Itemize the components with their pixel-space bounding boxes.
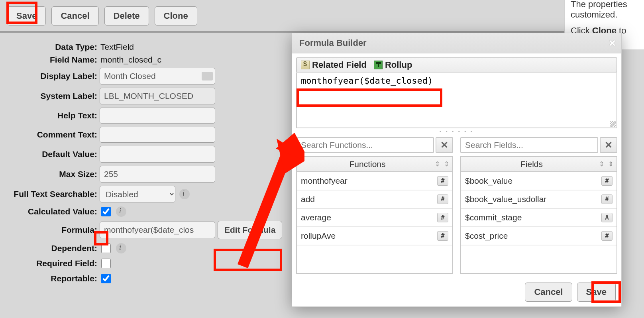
close-icon[interactable]: × bbox=[609, 36, 616, 50]
dollar-icon bbox=[301, 61, 310, 69]
dialog-cancel-button[interactable]: Cancel bbox=[525, 283, 572, 302]
dialog-header: Formula Builder × bbox=[292, 33, 621, 53]
full-text-select[interactable]: Disabled bbox=[100, 186, 175, 202]
dialog-title: Formula Builder bbox=[299, 38, 367, 48]
dependent-checkbox[interactable] bbox=[101, 243, 111, 253]
help-text-line: customized. bbox=[571, 10, 641, 20]
sort-icon[interactable]: ⇕ bbox=[435, 161, 440, 167]
list-item-label: monthofyear bbox=[301, 176, 348, 186]
max-size-label: Max Size: bbox=[5, 169, 100, 179]
tab-label: Related Field bbox=[312, 60, 367, 70]
dialog-tabbar: Related Field Rollup bbox=[296, 57, 617, 73]
pin-icon bbox=[374, 61, 383, 69]
comment-text-input[interactable] bbox=[100, 127, 215, 143]
function-row[interactable]: monthofyear# bbox=[297, 172, 452, 190]
sort-icon[interactable]: ⇕ bbox=[608, 161, 613, 167]
id-card-icon bbox=[202, 72, 213, 80]
save-button[interactable]: Save bbox=[7, 6, 46, 26]
max-size-input[interactable] bbox=[100, 166, 215, 183]
cancel-button[interactable]: Cancel bbox=[51, 6, 98, 26]
tab-rollup[interactable]: Rollup bbox=[374, 60, 412, 70]
formula-builder-dialog: Formula Builder × Related Field Rollup m… bbox=[292, 33, 622, 307]
clear-search-icon[interactable]: ✕ bbox=[600, 137, 617, 153]
delete-button[interactable]: Delete bbox=[104, 6, 149, 26]
dialog-save-button[interactable]: Save bbox=[577, 283, 616, 302]
default-value-input[interactable] bbox=[100, 146, 215, 163]
calculated-value-label: Calculated Value: bbox=[5, 207, 100, 216]
fields-header[interactable]: Fields bbox=[464, 159, 599, 169]
tab-related-field[interactable]: Related Field bbox=[301, 60, 367, 70]
info-icon[interactable] bbox=[179, 189, 190, 199]
type-badge: A bbox=[601, 213, 613, 222]
required-field-label: Required Field: bbox=[5, 259, 100, 268]
type-badge: # bbox=[601, 176, 613, 186]
list-item-label: rollupAve bbox=[301, 231, 336, 241]
field-name-label: Field Name: bbox=[5, 55, 100, 65]
info-icon[interactable] bbox=[116, 243, 126, 253]
clear-search-icon[interactable]: ✕ bbox=[436, 137, 453, 153]
fields-grid: Fields ⇕ ⇕ $book_value#$book_value_usdol… bbox=[460, 156, 617, 274]
formula-label: Formula: bbox=[5, 225, 100, 235]
dependent-label: Dependent: bbox=[5, 243, 100, 253]
type-badge: # bbox=[437, 231, 448, 241]
type-badge: # bbox=[437, 176, 448, 186]
comment-text-label: Comment Text: bbox=[5, 130, 100, 139]
functions-grid: Functions ⇕ ⇕ monthofyear#add#average#ro… bbox=[296, 156, 453, 274]
clone-button[interactable]: Clone bbox=[155, 6, 197, 26]
info-icon[interactable] bbox=[116, 206, 126, 217]
type-badge: # bbox=[437, 213, 448, 222]
reportable-checkbox[interactable] bbox=[101, 274, 111, 283]
field-row[interactable]: $book_value_usdollar# bbox=[461, 190, 617, 209]
list-item-label: $book_value_usdollar bbox=[465, 194, 546, 204]
function-row[interactable]: add# bbox=[297, 190, 452, 209]
calculated-value-checkbox[interactable] bbox=[101, 207, 111, 216]
field-name-value: month_closed_c bbox=[100, 55, 161, 65]
sort-icon[interactable]: ⇕ bbox=[444, 161, 449, 167]
formula-editor: monthofyear($date_closed) bbox=[296, 73, 617, 128]
required-field-checkbox[interactable] bbox=[101, 259, 111, 268]
functions-panel: ✕ Functions ⇕ ⇕ monthofyear#add#average#… bbox=[296, 137, 453, 274]
type-badge: # bbox=[437, 194, 448, 204]
reportable-label: Reportable: bbox=[5, 274, 100, 283]
field-row[interactable]: $book_value# bbox=[461, 172, 617, 190]
search-fields-input[interactable] bbox=[460, 137, 598, 153]
display-label-label: Display Label: bbox=[5, 71, 100, 81]
search-functions-input[interactable] bbox=[296, 137, 434, 153]
field-row[interactable]: $commit_stageA bbox=[461, 209, 617, 227]
default-value-label: Default Value: bbox=[5, 149, 100, 159]
functions-header[interactable]: Functions bbox=[300, 159, 435, 169]
data-type-label: Data Type: bbox=[5, 42, 100, 52]
dialog-footer: Cancel Save bbox=[292, 278, 621, 306]
data-type-value: TextField bbox=[100, 42, 134, 52]
formula-textarea[interactable]: monthofyear($date_closed) bbox=[297, 73, 617, 128]
full-text-label: Full Text Searchable: bbox=[5, 189, 100, 199]
list-item-label: $commit_stage bbox=[465, 213, 522, 222]
list-item-label: add bbox=[301, 194, 315, 204]
system-label-label: System Label: bbox=[5, 91, 100, 101]
list-item-label: $cost_price bbox=[465, 231, 508, 241]
display-label-input[interactable] bbox=[100, 68, 215, 84]
formula-input[interactable] bbox=[100, 222, 215, 238]
function-row[interactable]: rollupAve# bbox=[297, 227, 452, 245]
help-text-label: Help Text: bbox=[5, 111, 100, 120]
list-item-label: $book_value bbox=[465, 176, 512, 186]
field-row[interactable]: $cost_price# bbox=[461, 227, 617, 245]
edit-formula-button[interactable]: Edit Formula bbox=[218, 221, 282, 239]
type-badge: # bbox=[601, 194, 613, 204]
function-row[interactable]: average# bbox=[297, 209, 452, 227]
tab-label: Rollup bbox=[385, 60, 412, 70]
list-item-label: average bbox=[301, 213, 331, 222]
top-toolbar: Save Cancel Delete Clone bbox=[0, 0, 644, 33]
sort-icon[interactable]: ⇕ bbox=[599, 161, 604, 167]
help-text-line: The properties bbox=[571, 0, 641, 10]
help-text-input[interactable] bbox=[100, 108, 215, 124]
fields-panel: ✕ Fields ⇕ ⇕ $book_value#$book_value_usd… bbox=[460, 137, 617, 274]
resize-handle-icon[interactable] bbox=[610, 121, 616, 127]
system-label-input bbox=[100, 88, 215, 104]
splitter-handle[interactable]: • • • • • • bbox=[296, 128, 617, 137]
type-badge: # bbox=[601, 231, 613, 241]
